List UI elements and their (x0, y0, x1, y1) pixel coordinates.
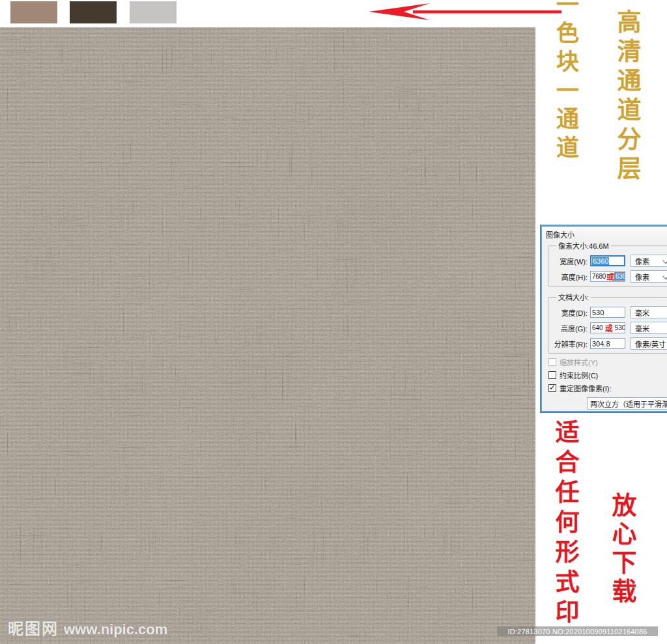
scale-styles-checkbox[interactable] (548, 358, 556, 366)
watermark-site-url: www.nipic.com (64, 621, 167, 638)
pixel-height-unit-select[interactable]: 像素 (631, 270, 667, 283)
resample-image-option[interactable]: 重定图像像素(I): (548, 383, 667, 393)
color-swatch-taupe (10, 1, 57, 23)
dialog-title: 图像大小 (542, 227, 667, 239)
linen-texture-image: 昵图网 www.nipic.com (0, 27, 535, 644)
color-swatch-light-gray (130, 1, 177, 23)
doc-height-input[interactable]: 640或530 (590, 322, 625, 333)
doc-width-unit-select[interactable]: 毫米 (631, 306, 667, 318)
pixel-height-row: 高度(H): 7680或6360 像素 (552, 270, 667, 283)
resolution-row: 分辨率(R): 304.8 像素/英寸 (552, 337, 667, 350)
doc-height-unit-select[interactable]: 毫米 (631, 322, 667, 334)
resample-image-checkbox[interactable] (548, 384, 556, 392)
resolution-input[interactable]: 304.8 (590, 338, 625, 349)
constrain-proportions-checkbox[interactable] (548, 371, 556, 379)
color-swatch-dark-brown (70, 1, 117, 23)
image-size-dialog: 图像大小 像素大小:46.6M 宽度(W): 6360 像素 高度(H): 76… (541, 225, 667, 412)
doc-width-row: 宽度(D): 530 毫米 (552, 306, 667, 318)
nipic-preview-page: 昵图网 www.nipic.com 一色块一通道 高清通道分层 适合任何形式印 … (0, 0, 667, 644)
chevron-down-icon (662, 273, 667, 279)
pixel-height-input[interactable]: 7680或6360 (590, 271, 625, 282)
chevron-down-icon (662, 258, 667, 264)
doc-width-label: 宽度(D): (552, 307, 588, 318)
red-edit-note: 或 (606, 271, 615, 282)
watermark-site-name: 昵图网 (8, 616, 59, 639)
doc-height-label: 高度(G): (552, 323, 588, 333)
document-size-group-label: 文档大小: (556, 292, 591, 302)
pixel-size-group-label: 像素大小:46.6M (556, 240, 611, 251)
resolution-unit-select[interactable]: 像素/英寸 (631, 337, 667, 350)
red-left-arrow-icon (363, 1, 563, 22)
doc-height-row: 高度(G): 640或530 毫米 (552, 322, 667, 334)
resample-method-select[interactable]: 两次立方（适用于平滑渐变 (587, 397, 667, 410)
gold-annotation-hd-channel-layers: 高清通道分层 (615, 9, 639, 185)
pixel-width-unit-select[interactable]: 像素 (631, 255, 667, 267)
watermark: 昵图网 www.nipic.com (8, 616, 167, 639)
scale-styles-option[interactable]: 缩放样式(Y) (548, 357, 667, 367)
red-edit-note: 或 (604, 322, 614, 333)
constrain-proportions-option[interactable]: 约束比例(C) (548, 370, 667, 380)
resolution-label: 分辨率(R): (552, 339, 588, 349)
pixel-size-group: 像素大小:46.6M 宽度(W): 6360 像素 高度(H): 7680或63… (548, 240, 667, 287)
red-annotation-download-with-confidence: 放心下载 (610, 492, 634, 607)
gold-annotation-one-block-one-channel: 一色块一通道 (554, 0, 577, 164)
pixel-height-label: 高度(H): (552, 272, 588, 282)
image-id-bar: ID:27813070 NO:20201009091102164086 (497, 626, 658, 636)
doc-width-input[interactable]: 530 (590, 307, 625, 318)
red-annotation-fits-any-print-form: 适合任何形式印 (553, 419, 577, 629)
document-size-group: 文档大小: 宽度(D): 530 毫米 高度(G): 640或530 毫米 (548, 292, 667, 354)
pixel-width-input[interactable]: 6360 (590, 255, 625, 266)
pixel-width-row: 宽度(W): 6360 像素 (552, 255, 667, 267)
dialog-options: 缩放样式(Y) 约束比例(C) 重定图像像素(I): (548, 357, 667, 393)
image-id-text: ID:27813070 NO:20201009091102164086 (507, 628, 647, 636)
pixel-width-label: 宽度(W): (552, 256, 588, 266)
